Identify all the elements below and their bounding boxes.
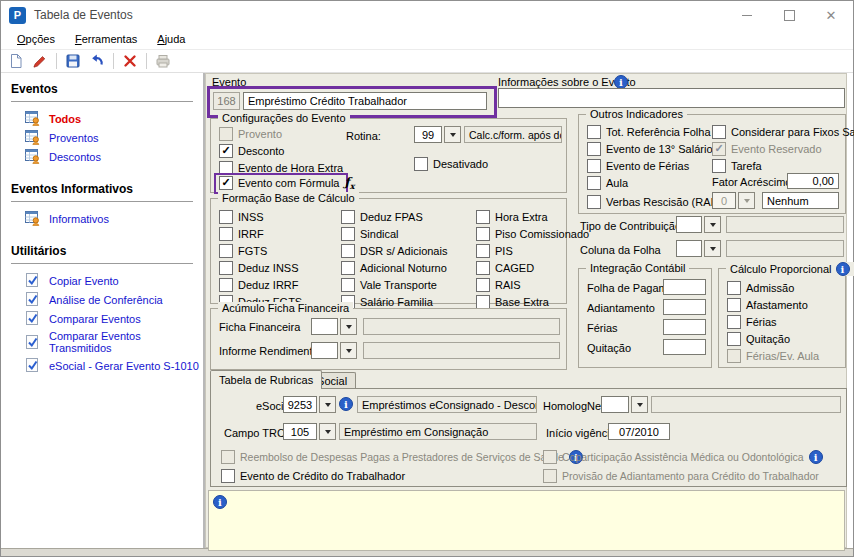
info-icon[interactable] bbox=[614, 75, 628, 89]
sidebar-item-informativos[interactable]: Informativos bbox=[1, 209, 203, 228]
esocial-combo[interactable]: 9253 bbox=[283, 396, 336, 413]
info-icon[interactable] bbox=[809, 450, 823, 464]
checkbox-irrf[interactable]: IRRF bbox=[219, 227, 264, 241]
checkbox-ferias-prop[interactable]: Férias bbox=[727, 315, 777, 329]
checkbox-deduz-inss[interactable]: Deduz INSS bbox=[219, 261, 299, 275]
inicio-vigencia-input[interactable]: 07/2010 bbox=[608, 423, 670, 440]
checkbox-evento-ferias[interactable]: Evento de Férias bbox=[587, 159, 689, 173]
checkbox-base-extra[interactable]: Base Extra bbox=[476, 295, 549, 309]
checkbox-deduz-fpas[interactable]: Deduz FPAS bbox=[341, 210, 423, 224]
checkbox-tot-referencia[interactable]: Tot. Referência Folha bbox=[587, 125, 711, 139]
dropdown-arrow-icon[interactable] bbox=[319, 396, 336, 413]
checkbox-tarefa[interactable]: Tarefa bbox=[712, 159, 762, 173]
fator-acrescimo-label: Fator Acréscimo bbox=[712, 176, 791, 188]
maximize-button[interactable] bbox=[781, 7, 797, 23]
coluna-folha-desc bbox=[726, 240, 844, 257]
ferias-input[interactable] bbox=[663, 319, 706, 335]
save-icon[interactable] bbox=[62, 51, 84, 71]
quitacao-input[interactable] bbox=[663, 339, 706, 355]
checkbox-sindical[interactable]: Sindical bbox=[341, 227, 399, 241]
menu-ferramentas[interactable]: Ferramentas bbox=[67, 31, 145, 47]
checkbox-fixos-salariais[interactable]: Considerar para Fixos Salariais bbox=[712, 125, 854, 139]
checkbox-fgts[interactable]: FGTS bbox=[219, 244, 267, 258]
coluna-folha-label: Coluna da Folha bbox=[580, 244, 661, 256]
sidebar-item-todos[interactable]: Todos bbox=[1, 109, 203, 128]
checkbox-salario-familia[interactable]: Salário Familia bbox=[341, 295, 433, 309]
checkbox-box[interactable] bbox=[414, 157, 428, 171]
minimize-button[interactable] bbox=[739, 7, 755, 23]
checkbox-admissao[interactable]: Admissão bbox=[727, 281, 794, 295]
checkbox-piso-comissionado[interactable]: Piso Comissionado bbox=[476, 227, 589, 241]
checkbox-rais[interactable]: RAIS bbox=[476, 278, 521, 292]
checkbox-afastamento[interactable]: Afastamento bbox=[727, 298, 808, 312]
edit-pencil-icon[interactable] bbox=[29, 51, 51, 71]
sidebar-item-descontos[interactable]: Descontos bbox=[1, 147, 203, 166]
info-icon[interactable] bbox=[213, 495, 227, 509]
sidebar-section-informativos: Eventos Informativos bbox=[11, 182, 193, 202]
info-evento-input[interactable] bbox=[498, 88, 845, 108]
dropdown-arrow-icon[interactable] bbox=[340, 318, 357, 335]
sidebar-item-proventos[interactable]: Proventos bbox=[1, 128, 203, 147]
campo-trct-desc-field: Empréstimo em Consignação bbox=[339, 423, 537, 440]
checkbox-13-salario[interactable]: Evento de 13° Salário bbox=[587, 142, 713, 156]
menu-ajuda[interactable]: Ajuda bbox=[149, 31, 193, 47]
checkbox-vale-transporte[interactable]: Vale Transporte bbox=[341, 278, 437, 292]
checkbox-deduz-irrf[interactable]: Deduz IRRF bbox=[219, 278, 299, 292]
checkbox-box[interactable] bbox=[219, 176, 233, 190]
sidebar-item-analise-conferencia[interactable]: Análise de Conferência bbox=[1, 290, 203, 309]
tab-tabela-rubricas[interactable]: Tabela de Rubricas bbox=[210, 370, 322, 389]
checkbox-dsr-adicionais[interactable]: DSR s/ Adicionais bbox=[341, 244, 447, 258]
checkbox-desativado[interactable]: Desativado bbox=[414, 157, 488, 171]
checkbox-reembolso-saude: Reembolso de Despesas Pagas a Prestadore… bbox=[221, 450, 583, 464]
homolognet-label: HomologNet: bbox=[543, 400, 607, 412]
adiantamento-label: Adiantamento bbox=[587, 302, 655, 314]
checkbox-box[interactable] bbox=[219, 144, 233, 158]
check-page-icon bbox=[25, 292, 40, 307]
undo-icon[interactable] bbox=[86, 51, 108, 71]
delete-x-icon[interactable] bbox=[119, 51, 141, 71]
checkbox-inss[interactable]: INSS bbox=[219, 210, 264, 224]
dropdown-arrow-icon[interactable] bbox=[704, 216, 721, 233]
verbas-value-field: Nenhum bbox=[762, 192, 839, 209]
checkbox-hora-extra-base[interactable]: Hora Extra bbox=[476, 210, 548, 224]
close-button[interactable]: ✕ bbox=[823, 7, 839, 23]
dropdown-arrow-icon[interactable] bbox=[444, 126, 461, 143]
new-document-icon[interactable] bbox=[5, 51, 27, 71]
checkbox-pis[interactable]: PIS bbox=[476, 244, 513, 258]
evento-name-input[interactable]: Empréstimo Crédito Trabalhador bbox=[243, 92, 487, 110]
campo-trct-combo[interactable]: 105 bbox=[283, 423, 336, 440]
sidebar-item-comparar-transmitidos[interactable]: Comparar Eventos Transmitidos bbox=[1, 328, 203, 356]
sidebar-item-label: Todos bbox=[49, 113, 81, 125]
checkbox-verbas-rescisao[interactable]: Verbas Rescisão (RAIS) bbox=[587, 195, 725, 209]
folha-pagamento-input[interactable] bbox=[663, 279, 706, 295]
checkbox-caged[interactable]: CAGED bbox=[476, 261, 534, 275]
dropdown-arrow-icon[interactable] bbox=[319, 423, 336, 440]
dropdown-arrow-icon[interactable] bbox=[704, 240, 721, 257]
checkbox-quitacao-prop[interactable]: Quitação bbox=[727, 332, 790, 346]
tipo-contribuicao-combo[interactable] bbox=[676, 216, 721, 233]
sidebar-item-copiar-evento[interactable]: Copiar Evento bbox=[1, 271, 203, 290]
checkbox-desconto[interactable]: Desconto bbox=[219, 144, 284, 158]
group-outros: Outros Indicadores Tot. Referência Folha… bbox=[578, 114, 846, 214]
informe-rendimentos-combo[interactable] bbox=[311, 342, 357, 359]
rotina-combo[interactable]: 99 bbox=[414, 126, 461, 143]
sidebar-item-comparar-eventos[interactable]: Comparar Eventos bbox=[1, 309, 203, 328]
coluna-folha-combo[interactable] bbox=[676, 240, 721, 257]
info-icon[interactable] bbox=[836, 262, 850, 276]
dropdown-arrow-icon[interactable] bbox=[631, 396, 648, 413]
dropdown-arrow-icon[interactable] bbox=[340, 342, 357, 359]
adiantamento-input[interactable] bbox=[663, 299, 706, 315]
checkbox-evento-credito[interactable]: Evento de Crédito do Trabalhador bbox=[221, 469, 405, 483]
sidebar-item-label: Comparar Eventos bbox=[49, 313, 141, 325]
tab-content: eSocial: 9253 Empréstimos eConsignado - … bbox=[210, 388, 847, 487]
menu-opcoes[interactable]: Opções bbox=[9, 31, 63, 47]
checkbox-adicional-noturno[interactable]: Adicional Noturno bbox=[341, 261, 447, 275]
ficha-financeira-combo[interactable] bbox=[311, 318, 357, 335]
checkbox-aula[interactable]: Aula bbox=[587, 176, 628, 190]
sidebar-item-esocial-s1010[interactable]: eSocial - Gerar Evento S-1010 bbox=[1, 356, 203, 375]
homolognet-combo[interactable] bbox=[601, 396, 648, 413]
fator-acrescimo-input[interactable]: 0,00 bbox=[787, 173, 839, 189]
checkbox-evento-formula[interactable]: Evento com Fórmula ƒx bbox=[219, 176, 354, 190]
sidebar: Eventos Todos Proventos Descontos Evento… bbox=[1, 73, 205, 548]
info-icon[interactable] bbox=[339, 397, 353, 411]
